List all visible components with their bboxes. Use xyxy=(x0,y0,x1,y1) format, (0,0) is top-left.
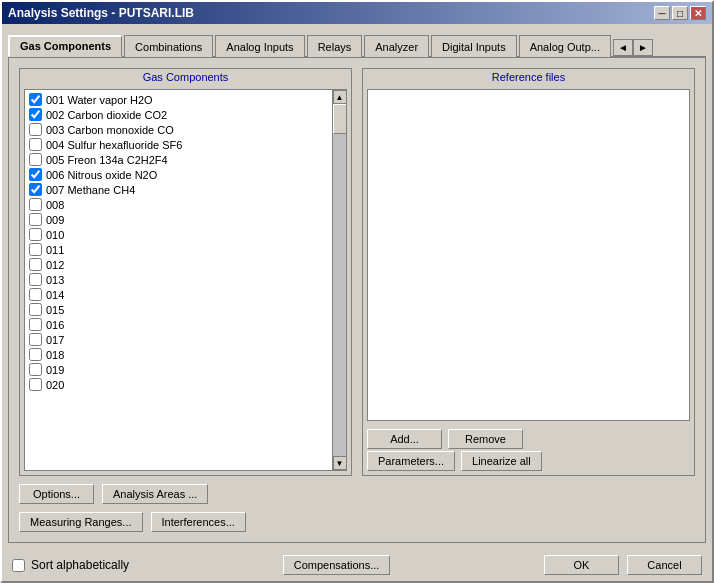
gas-component-checkbox-008[interactable] xyxy=(29,198,42,211)
gas-component-checkbox-005[interactable] xyxy=(29,153,42,166)
list-item[interactable]: 008 xyxy=(27,197,330,212)
gas-component-checkbox-001[interactable] xyxy=(29,93,42,106)
title-bar: Analysis Settings - PUTSARI.LIB ─ □ ✕ xyxy=(2,2,712,24)
gas-component-label-009: 009 xyxy=(46,214,64,226)
gas-component-checkbox-017[interactable] xyxy=(29,333,42,346)
interferences-button[interactable]: Interferences... xyxy=(151,512,246,532)
gas-component-checkbox-019[interactable] xyxy=(29,363,42,376)
list-item[interactable]: 003 Carbon monoxide CO xyxy=(27,122,330,137)
list-item[interactable]: 015 xyxy=(27,302,330,317)
minimize-button[interactable]: ─ xyxy=(654,6,670,20)
gas-component-checkbox-009[interactable] xyxy=(29,213,42,226)
gas-components-list[interactable]: 001 Water vapor H2O002 Carbon dioxide CO… xyxy=(25,90,332,470)
tab-bar: Gas Components Combinations Analog Input… xyxy=(8,30,706,58)
tab-digital-inputs[interactable]: Digital Inputs xyxy=(431,35,517,57)
gas-component-label-005: 005 Freon 134a C2H2F4 xyxy=(46,154,168,166)
remove-button[interactable]: Remove xyxy=(448,429,523,449)
gas-component-label-002: 002 Carbon dioxide CO2 xyxy=(46,109,167,121)
tab-scroll-right[interactable]: ► xyxy=(633,39,653,56)
list-item[interactable]: 009 xyxy=(27,212,330,227)
gas-component-checkbox-015[interactable] xyxy=(29,303,42,316)
main-window: Analysis Settings - PUTSARI.LIB ─ □ ✕ Ga… xyxy=(0,0,714,583)
bottom-right: OK Cancel xyxy=(544,555,702,575)
parameters-button[interactable]: Parameters... xyxy=(367,451,455,471)
list-item[interactable]: 020 xyxy=(27,377,330,392)
list-item[interactable]: 005 Freon 134a C2H2F4 xyxy=(27,152,330,167)
compensations-button[interactable]: Compensations... xyxy=(283,555,391,575)
gas-component-checkbox-002[interactable] xyxy=(29,108,42,121)
list-item[interactable]: 013 xyxy=(27,272,330,287)
reference-files-panel: Reference files Add... Remove Parameters… xyxy=(362,68,695,476)
tab-relays[interactable]: Relays xyxy=(307,35,363,57)
list-item[interactable]: 018 xyxy=(27,347,330,362)
scroll-up-arrow[interactable]: ▲ xyxy=(333,90,347,104)
gas-component-checkbox-018[interactable] xyxy=(29,348,42,361)
gas-component-label-015: 015 xyxy=(46,304,64,316)
tab-analog-outputs[interactable]: Analog Outp... xyxy=(519,35,611,57)
gas-component-label-016: 016 xyxy=(46,319,64,331)
window-title: Analysis Settings - PUTSARI.LIB xyxy=(8,6,194,20)
vertical-scrollbar[interactable]: ▲ ▼ xyxy=(332,90,346,470)
list-item[interactable]: 017 xyxy=(27,332,330,347)
analysis-areas-button[interactable]: Analysis Areas ... xyxy=(102,484,208,504)
list-item[interactable]: 014 xyxy=(27,287,330,302)
gas-component-checkbox-007[interactable] xyxy=(29,183,42,196)
tab-gas-components[interactable]: Gas Components xyxy=(8,35,122,57)
gas-component-label-017: 017 xyxy=(46,334,64,346)
gas-component-label-006: 006 Nitrous oxide N2O xyxy=(46,169,157,181)
gas-component-label-012: 012 xyxy=(46,259,64,271)
measuring-ranges-button[interactable]: Measuring Ranges... xyxy=(19,512,143,532)
bottom-center: Compensations... xyxy=(283,555,391,575)
list-item[interactable]: 001 Water vapor H2O xyxy=(27,92,330,107)
close-button[interactable]: ✕ xyxy=(690,6,706,20)
tab-analyzer[interactable]: Analyzer xyxy=(364,35,429,57)
scroll-down-arrow[interactable]: ▼ xyxy=(333,456,347,470)
list-item[interactable]: 019 xyxy=(27,362,330,377)
gas-component-checkbox-014[interactable] xyxy=(29,288,42,301)
tab-scroll-left[interactable]: ◄ xyxy=(613,39,633,56)
list-item[interactable]: 010 xyxy=(27,227,330,242)
list-item[interactable]: 004 Sulfur hexafluoride SF6 xyxy=(27,137,330,152)
gas-component-label-011: 011 xyxy=(46,244,64,256)
gas-component-checkbox-003[interactable] xyxy=(29,123,42,136)
tab-content: Gas Components 001 Water vapor H2O002 Ca… xyxy=(8,58,706,543)
add-button[interactable]: Add... xyxy=(367,429,442,449)
bottom-area: Sort alphabetically Compensations... OK … xyxy=(2,549,712,581)
action-buttons-row1: Options... Analysis Areas ... xyxy=(19,484,695,504)
scroll-track[interactable] xyxy=(333,104,347,456)
gas-component-label-001: 001 Water vapor H2O xyxy=(46,94,153,106)
gas-component-checkbox-020[interactable] xyxy=(29,378,42,391)
list-item[interactable]: 011 xyxy=(27,242,330,257)
reference-files-title: Reference files xyxy=(363,69,694,85)
list-item[interactable]: 007 Methane CH4 xyxy=(27,182,330,197)
tab-combinations[interactable]: Combinations xyxy=(124,35,213,57)
maximize-button[interactable]: □ xyxy=(672,6,688,20)
gas-component-checkbox-012[interactable] xyxy=(29,258,42,271)
gas-component-label-013: 013 xyxy=(46,274,64,286)
gas-component-checkbox-011[interactable] xyxy=(29,243,42,256)
gas-component-checkbox-013[interactable] xyxy=(29,273,42,286)
gas-component-checkbox-004[interactable] xyxy=(29,138,42,151)
gas-component-checkbox-016[interactable] xyxy=(29,318,42,331)
gas-component-label-004: 004 Sulfur hexafluoride SF6 xyxy=(46,139,182,151)
sort-alphabetically-checkbox[interactable] xyxy=(12,559,25,572)
ok-button[interactable]: OK xyxy=(544,555,619,575)
list-item[interactable]: 002 Carbon dioxide CO2 xyxy=(27,107,330,122)
options-button[interactable]: Options... xyxy=(19,484,94,504)
list-item[interactable]: 012 xyxy=(27,257,330,272)
gas-components-panel: Gas Components 001 Water vapor H2O002 Ca… xyxy=(19,68,352,476)
list-item[interactable]: 006 Nitrous oxide N2O xyxy=(27,167,330,182)
gas-components-title: Gas Components xyxy=(20,69,351,85)
gas-component-checkbox-006[interactable] xyxy=(29,168,42,181)
gas-component-checkbox-010[interactable] xyxy=(29,228,42,241)
linearize-all-button[interactable]: Linearize all xyxy=(461,451,542,471)
scroll-thumb[interactable] xyxy=(333,104,347,134)
gas-component-label-007: 007 Methane CH4 xyxy=(46,184,135,196)
tab-analog-inputs[interactable]: Analog Inputs xyxy=(215,35,304,57)
list-item[interactable]: 016 xyxy=(27,317,330,332)
gas-component-label-018: 018 xyxy=(46,349,64,361)
cancel-button[interactable]: Cancel xyxy=(627,555,702,575)
gas-component-label-014: 014 xyxy=(46,289,64,301)
gas-components-inner: 001 Water vapor H2O002 Carbon dioxide CO… xyxy=(24,89,347,471)
bottom-left: Sort alphabetically xyxy=(12,558,129,572)
